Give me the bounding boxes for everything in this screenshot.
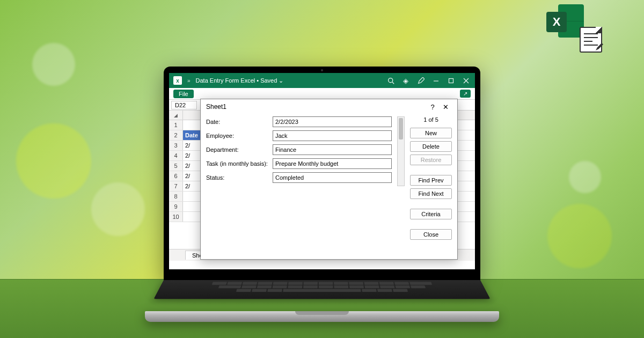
dialog-help-button[interactable]: ? [426,103,439,111]
row-header[interactable]: 4 [169,151,183,160]
form-field-row: Employee: [206,130,392,141]
maximize-icon[interactable] [446,76,456,85]
field-input[interactable] [273,144,392,155]
laptop-keyboard [153,280,490,299]
field-label: Department: [206,146,269,153]
find-next-button[interactable]: Find Next [410,188,452,199]
laptop: x » Data Entry Form Excel • Saved ⌄ ◈ [145,67,499,322]
record-counter: 1 of 5 [410,116,452,123]
window-title: Data Entry Form Excel • Saved ⌄ [196,77,284,84]
menubar: File ↗ [169,88,475,100]
share-button[interactable]: ↗ [460,90,471,98]
excel-window: x » Data Entry Form Excel • Saved ⌄ ◈ [169,73,475,269]
minimize-icon[interactable] [431,76,441,85]
search-icon[interactable] [386,76,396,85]
row-header[interactable]: 2 [169,130,183,140]
qat-overflow[interactable]: » [187,78,191,84]
find-prev-button[interactable]: Find Prev [410,175,452,186]
close-icon[interactable] [461,76,471,85]
row-header[interactable]: 1 [169,120,183,130]
field-input[interactable] [273,130,392,141]
criteria-button[interactable]: Criteria [410,209,452,219]
titlebar: x » Data Entry Form Excel • Saved ⌄ ◈ [169,73,475,88]
dialog-title: Sheet1 [206,103,426,111]
restore-button[interactable]: Restore [410,155,452,165]
field-input[interactable] [273,116,392,127]
field-input[interactable] [273,158,392,169]
row-header[interactable]: 10 [169,212,183,222]
field-label: Date: [206,119,269,125]
row-header[interactable]: 6 [169,171,183,181]
row-header[interactable]: 3 [169,141,183,150]
row-header[interactable]: 8 [169,192,183,201]
row-header[interactable]: 5 [169,161,183,171]
dialog-close-button[interactable]: ✕ [439,103,452,111]
form-field-row: Status: [206,172,392,183]
row-header[interactable]: 7 [169,181,183,191]
row-header[interactable]: 9 [169,202,183,211]
form-icon [580,27,602,53]
diamond-icon[interactable]: ◈ [401,76,411,85]
svg-rect-3 [449,78,453,83]
file-tab[interactable]: File [173,90,194,98]
data-form-dialog: Sheet1 ? ✕ Date:Employee:Department:Task… [200,99,458,260]
form-field-row: Department: [206,144,392,155]
dialog-scrollbar[interactable] [397,116,405,186]
select-all-corner[interactable]: ◢ [169,111,183,120]
field-input[interactable] [273,172,392,183]
form-field-row: Task (in monthly basis): [206,158,392,169]
field-label: Employee: [206,133,269,139]
pen-icon[interactable] [416,76,426,85]
form-field-row: Date: [206,116,392,127]
excel-logo: X [546,4,584,42]
laptop-base [145,311,499,322]
svg-point-0 [388,78,392,82]
svg-line-1 [392,82,393,83]
close-button[interactable]: Close [410,229,452,240]
field-label: Status: [206,174,269,181]
field-label: Task (in monthly basis): [206,160,269,167]
new-button[interactable]: New [410,128,452,138]
name-box[interactable]: D22 [171,101,197,109]
app-icon: x [173,76,182,85]
delete-button[interactable]: Delete [410,141,452,152]
